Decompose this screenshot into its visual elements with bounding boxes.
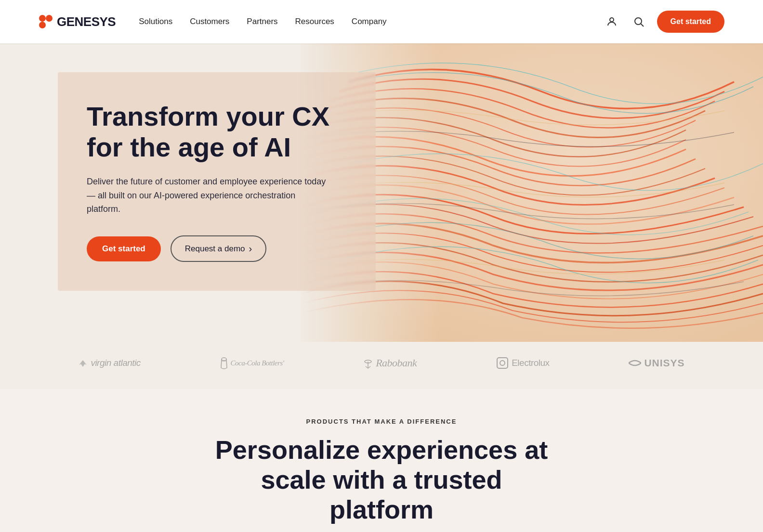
logo-coca-cola: Coca-Cola Bottlers' xyxy=(220,356,284,370)
svg-point-2 xyxy=(39,22,46,28)
user-icon-button[interactable] xyxy=(603,13,620,30)
svg-point-3 xyxy=(610,18,614,22)
virgin-atlantic-icon xyxy=(78,358,88,368)
logos-bar: virgin atlantic Coca-Cola Bottlers' Rabo… xyxy=(0,342,763,389)
logo-virgin-atlantic: virgin atlantic xyxy=(78,358,140,368)
products-title: Personalize experiences at scale with a … xyxy=(39,435,724,524)
logo-icon xyxy=(39,14,53,29)
hero-subtitle: Deliver the future of customer and emplo… xyxy=(87,175,328,216)
hero-demo-button[interactable]: Request a demo › xyxy=(171,235,266,262)
svg-point-1 xyxy=(46,15,53,22)
logo[interactable]: GENESYS xyxy=(39,14,116,29)
svg-rect-12 xyxy=(497,358,508,368)
user-icon xyxy=(606,16,618,27)
hero-section: Transform your CX for the age of AI Deli… xyxy=(0,43,763,342)
chevron-right-icon: › xyxy=(249,243,252,254)
logo-electrolux: Electrolux xyxy=(496,357,549,369)
logo-unisys: UNISYS xyxy=(629,357,684,369)
nav-links: Solutions Customers Partners Resources C… xyxy=(139,17,386,26)
navbar-left: GENESYS Solutions Customers Partners Res… xyxy=(39,14,387,29)
unisys-icon xyxy=(629,358,641,368)
search-icon-button[interactable] xyxy=(630,13,647,30)
nav-partners[interactable]: Partners xyxy=(247,17,277,26)
hero-title: Transform your CX for the age of AI xyxy=(87,101,347,163)
nav-customers[interactable]: Customers xyxy=(190,17,229,26)
rabobank-icon xyxy=(363,357,373,369)
hero-card: Transform your CX for the age of AI Deli… xyxy=(58,72,376,291)
hero-buttons: Get started Request a demo › xyxy=(87,235,347,262)
products-section: PRODUCTS THAT MAKE A DIFFERENCE Personal… xyxy=(0,389,763,532)
svg-line-5 xyxy=(641,24,644,27)
svg-point-13 xyxy=(500,361,505,365)
hero-get-started-button[interactable]: Get started xyxy=(87,236,161,261)
navbar-right: Get started xyxy=(603,11,724,33)
logo-rabobank: Rabobank xyxy=(363,357,417,369)
logo-text: GENESYS xyxy=(57,14,116,29)
svg-point-0 xyxy=(39,15,46,22)
nav-resources[interactable]: Resources xyxy=(295,17,334,26)
nav-cta-button[interactable]: Get started xyxy=(657,11,724,33)
svg-point-4 xyxy=(635,18,642,25)
coca-cola-icon xyxy=(220,356,228,370)
search-icon xyxy=(633,16,645,27)
nav-solutions[interactable]: Solutions xyxy=(139,17,172,26)
nav-company[interactable]: Company xyxy=(352,17,387,26)
demo-button-label: Request a demo xyxy=(185,244,245,254)
electrolux-icon xyxy=(496,357,509,369)
genesys-logo-icon xyxy=(39,14,53,29)
products-label: PRODUCTS THAT MAKE A DIFFERENCE xyxy=(39,418,724,425)
svg-point-8 xyxy=(222,358,226,361)
navbar: GENESYS Solutions Customers Partners Res… xyxy=(0,0,763,43)
